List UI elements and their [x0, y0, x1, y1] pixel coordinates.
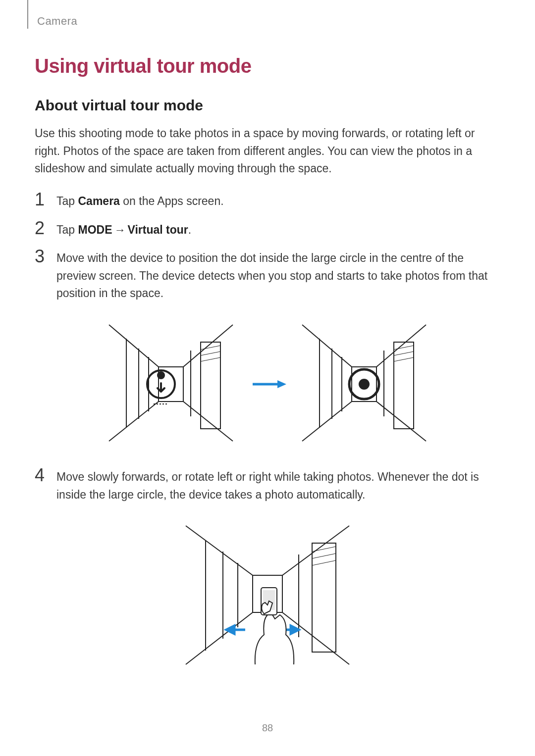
arrow-right-icon: → [114, 221, 125, 239]
svg-marker-49 [291, 626, 299, 634]
svg-line-11 [201, 357, 220, 361]
svg-line-29 [394, 357, 414, 361]
svg-rect-41 [312, 543, 336, 652]
svg-point-14 [157, 371, 165, 379]
svg-line-43 [312, 554, 336, 558]
svg-line-0 [109, 325, 159, 367]
step-1: 1 Tap Camera on the Apps screen. [35, 193, 500, 210]
svg-line-20 [302, 402, 352, 441]
svg-line-2 [109, 402, 159, 441]
svg-marker-17 [277, 380, 286, 388]
figure-person-hallway [35, 516, 500, 669]
step-text: Tap MODE → Virtual tour. [56, 221, 191, 239]
header-rule [27, 0, 28, 29]
step-3: 3 Move with the device to position the d… [35, 250, 500, 302]
steps-list: 1 Tap Camera on the Apps screen. 2 Tap M… [35, 193, 500, 302]
figure-hallway-transition [35, 315, 500, 451]
step-number: 3 [35, 248, 56, 265]
svg-line-28 [394, 352, 414, 355]
step-text: Move with the device to position the dot… [56, 250, 500, 302]
step-4: 4 Move slowly forwards, or rotate left o… [35, 468, 500, 504]
svg-line-42 [312, 547, 336, 552]
svg-line-35 [186, 612, 253, 664]
svg-point-32 [359, 379, 370, 390]
text-fragment: Tap [56, 223, 78, 236]
intro-paragraph: Use this shooting mode to take photos in… [35, 125, 500, 178]
bold-camera: Camera [78, 195, 119, 207]
step-2: 2 Tap MODE → Virtual tour. [35, 221, 500, 239]
step-number: 1 [35, 191, 56, 208]
step-text: Move slowly forwards, or rotate left or … [56, 468, 500, 504]
step-number: 2 [35, 219, 56, 237]
breadcrumb: Camera [37, 15, 500, 28]
svg-line-18 [302, 325, 352, 367]
text-fragment: on the Apps screen. [120, 195, 224, 207]
page-content: Camera Using virtual tour mode About vir… [0, 0, 535, 669]
step-number: 4 [35, 466, 56, 484]
page-number: 88 [0, 722, 535, 734]
text-fragment: Tap [56, 195, 78, 207]
page-title: Using virtual tour mode [35, 55, 500, 77]
svg-line-9 [201, 346, 220, 350]
section-heading: About virtual tour mode [35, 97, 500, 114]
steps-list-contd: 4 Move slowly forwards, or rotate left o… [35, 468, 500, 504]
svg-line-33 [186, 526, 253, 575]
bold-mode: MODE [78, 223, 112, 236]
bold-virtual-tour: Virtual tour [127, 223, 188, 236]
text-fragment: . [188, 223, 191, 236]
step-text: Tap Camera on the Apps screen. [56, 193, 224, 210]
svg-line-10 [201, 352, 220, 355]
svg-line-27 [394, 346, 414, 350]
svg-line-44 [312, 560, 336, 565]
